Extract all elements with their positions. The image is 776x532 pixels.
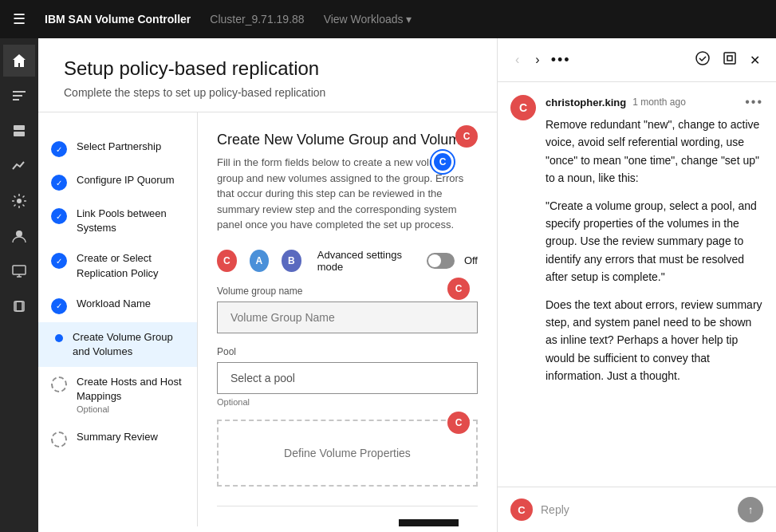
annotation-bubble-a[interactable]: A	[250, 250, 270, 272]
step-label: Create or Select Replication Policy	[77, 251, 184, 280]
page-title: Setup policy-based replication	[64, 57, 471, 80]
step-create-volumes[interactable]: Create Volume Group and Volumes	[38, 322, 197, 367]
pool-label: Pool	[217, 346, 478, 357]
annotation-bubble-b[interactable]: B	[282, 250, 301, 272]
step-label: Summary Review	[77, 430, 158, 444]
nav-forward-button[interactable]: ›	[530, 49, 544, 70]
setup-body: ✓ Select Partnership ✓ Configure IP Quor…	[38, 112, 497, 526]
advanced-settings-label: Advanced settings mode	[317, 249, 417, 273]
svg-rect-2	[13, 99, 19, 100]
comment-panel: ‹ › ••• ✕ C ch	[497, 38, 776, 532]
reply-input[interactable]	[541, 503, 730, 516]
sidebar-item-copy[interactable]	[3, 290, 35, 322]
advanced-settings-toggle[interactable]	[427, 253, 455, 269]
step-label: Create Hosts and Host Mappings	[77, 375, 184, 404]
step-summary[interactable]: Summary Review	[38, 422, 197, 455]
volume-properties-container: C Define Volume Properties	[217, 420, 478, 487]
svg-point-5	[17, 199, 22, 203]
check-icon-button[interactable]	[692, 48, 713, 72]
wizard-footer: Cancel Skip	[217, 506, 478, 527]
step-replication-policy[interactable]: ✓ Create or Select Replication Policy	[38, 243, 197, 288]
comment-author: christopher.king	[546, 97, 626, 108]
wizard-main: C C Create New Volume Group and Volumes …	[198, 112, 497, 526]
volume-group-form-group: C Volume group name	[217, 286, 478, 333]
svg-rect-0	[13, 91, 26, 93]
comment-meta: christopher.king 1 month ago •••	[546, 95, 763, 109]
step-configure-ip[interactable]: ✓ Configure IP Quorum	[38, 165, 197, 199]
step-label: Select Partnership	[77, 140, 161, 154]
step-optional-label: Optional	[77, 404, 184, 414]
toggle-knob	[428, 254, 441, 267]
comment-content: christopher.king 1 month ago ••• Remove …	[546, 95, 763, 384]
step-label: Configure IP Quorum	[77, 173, 175, 187]
step-label: Workload Name	[77, 297, 151, 311]
sidebar-item-storage[interactable]	[3, 115, 35, 147]
svg-point-6	[16, 231, 22, 237]
step-label: Link Pools between Systems	[77, 207, 184, 235]
brand-label: IBM SAN Volume Controller	[45, 13, 191, 26]
sidebar-item-user[interactable]	[3, 220, 35, 252]
annotation-bubble-top[interactable]: C	[455, 125, 478, 148]
sidebar-item-workflow[interactable]	[3, 80, 35, 112]
link-icon-button[interactable]	[719, 48, 740, 72]
step-current-icon	[55, 334, 63, 342]
menu-icon[interactable]: ☰	[13, 10, 26, 28]
step-link-pools[interactable]: ✓ Link Pools between Systems	[38, 199, 197, 243]
top-nav: ☰ IBM SAN Volume Controller Cluster_9.71…	[0, 0, 776, 38]
pool-form-group: Pool Select a pool Optional	[217, 346, 478, 407]
step-completed-icon: ✓	[51, 141, 67, 157]
skip-button[interactable]: Skip	[399, 519, 459, 527]
step-workload-name[interactable]: ✓ Workload Name	[38, 289, 197, 322]
wizard-section-title: Create New Volume Group and Volumes	[217, 132, 478, 148]
annotation-bubble-heading[interactable]: C	[431, 151, 454, 173]
step-completed-icon: ✓	[51, 298, 67, 314]
svg-point-10	[696, 52, 709, 65]
sidebar-item-monitor[interactable]	[3, 255, 35, 287]
comment-more-button[interactable]: •••	[745, 95, 763, 109]
sidebar-item-home[interactable]	[3, 45, 35, 77]
comment-nav: ‹ › •••	[510, 49, 571, 70]
avatar: C	[510, 95, 536, 120]
step-completed-icon: ✓	[51, 208, 67, 224]
annotation-bubble-props[interactable]: C	[447, 412, 470, 434]
step-select-partnership[interactable]: ✓ Select Partnership	[38, 132, 197, 165]
step-label: Create Volume Group and Volumes	[73, 330, 184, 359]
annotation-bubble-settings[interactable]: C	[217, 250, 237, 272]
setup-subtitle: Complete the steps to set up policy-base…	[64, 86, 471, 99]
reply-avatar: C	[510, 499, 533, 521]
sidebar-icons	[0, 38, 38, 532]
step-pending-icon	[51, 376, 67, 392]
comment-panel-header: ‹ › ••• ✕	[498, 38, 776, 82]
comment-paragraph-3: Does the text about errors, review summa…	[546, 296, 763, 385]
cluster-label: Cluster_9.71.19.88	[210, 13, 304, 26]
close-button[interactable]: ✕	[746, 49, 763, 71]
svg-rect-11	[724, 53, 735, 64]
workloads-nav[interactable]: View Workloads ▾	[324, 13, 412, 26]
volume-properties-area: Define Volume Properties	[217, 420, 478, 487]
pool-optional-hint: Optional	[217, 397, 478, 407]
progress-steps: ✓ Select Partnership ✓ Configure IP Quor…	[38, 112, 198, 526]
toggle-state-label: Off	[464, 254, 478, 266]
chevron-down-icon: ▾	[406, 13, 412, 26]
comment-paragraph-1: Remove redundant "new", change to active…	[546, 116, 763, 187]
pool-select[interactable]: Select a pool	[217, 362, 478, 394]
sidebar-item-performance[interactable]	[3, 150, 35, 182]
volume-group-input[interactable]	[217, 301, 478, 333]
reply-send-button[interactable]: ↑	[738, 497, 763, 522]
step-create-hosts[interactable]: Create Hosts and Host Mappings Optional	[38, 367, 197, 421]
advanced-settings-row: C A B Advanced settings mode Off	[217, 249, 478, 273]
step-completed-icon: ✓	[51, 175, 67, 191]
svg-rect-3	[14, 125, 25, 130]
sidebar-item-settings[interactable]	[3, 185, 35, 217]
comment-action-icons: ✕	[692, 48, 763, 72]
nav-back-button[interactable]: ‹	[510, 49, 524, 70]
comment-thread: C christopher.king 1 month ago ••• Remov…	[498, 82, 776, 487]
reply-area: C ↑	[498, 487, 776, 532]
comment-item: C christopher.king 1 month ago ••• Remov…	[510, 95, 763, 384]
comment-text: Remove redundant "new", change to active…	[546, 116, 763, 384]
annotation-bubble-volume-group[interactable]: C	[447, 278, 470, 300]
comment-more-menu[interactable]: •••	[551, 52, 571, 69]
svg-rect-4	[14, 132, 25, 136]
comment-time: 1 month ago	[632, 97, 686, 108]
cancel-button[interactable]: Cancel	[236, 519, 297, 527]
